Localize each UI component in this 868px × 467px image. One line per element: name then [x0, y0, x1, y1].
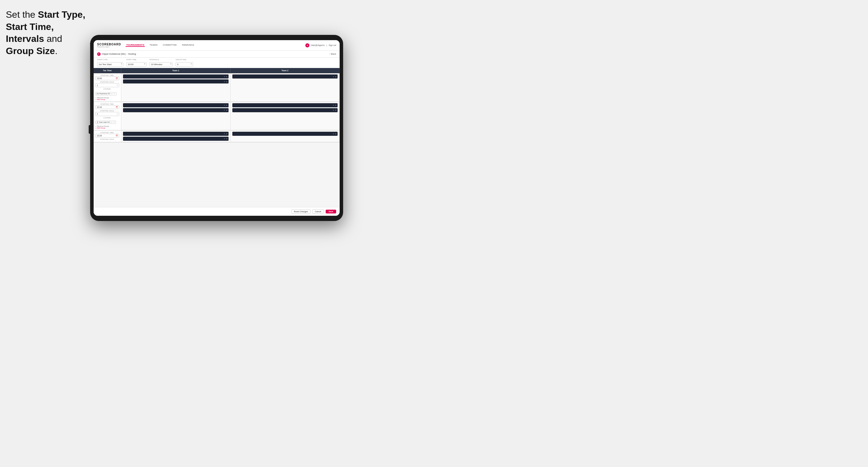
starting-time-label-1: STARTING TIME:: [95, 74, 119, 76]
player-row-5-2: ✕ ⊕: [123, 137, 228, 141]
instruction-line2-bold: Start Time,: [6, 22, 54, 32]
intervals-group: Intervals 10 Minutes 8 Minutes: [150, 59, 173, 67]
sign-out-link[interactable]: Sign out: [329, 44, 336, 46]
back-button[interactable]: ‹ Back: [330, 53, 336, 55]
intervals-label: Intervals: [150, 59, 173, 61]
starting-time-label-3: STARTING TIME:: [95, 132, 119, 133]
player-row-6-1: ✕ ⊕: [232, 132, 338, 136]
player-edit-icon-3[interactable]: ⊕: [335, 75, 336, 77]
nav-tab-committee[interactable]: COMMITTEE: [162, 43, 177, 47]
player-x-icon-5[interactable]: ✕: [224, 109, 225, 111]
navigation-bar: SCOREBOARD Powered by clipp'd TOURNAMENT…: [94, 40, 340, 51]
settings-bar: Start Type 1st Tee Start Shotgun Start S…: [94, 58, 340, 68]
cancel-button[interactable]: Cancel: [312, 209, 324, 214]
start-type-label: Start Type: [97, 59, 123, 61]
instruction-line3-bold: Intervals: [6, 33, 44, 44]
footer-bar: Reset Changes Cancel Save: [94, 207, 340, 216]
player-edit-icon-10[interactable]: ⊕: [335, 133, 336, 135]
course-tag-2[interactable]: 🏌 East Lake GC ✕ ▲▼: [95, 121, 116, 124]
group-size-select-wrapper[interactable]: 3 4: [176, 61, 193, 67]
breadcrumb-separator: ›: [126, 53, 127, 55]
player-row-4-2: ✕ ⊕: [232, 108, 338, 112]
player-row-3-1: ✕ ⊕: [123, 103, 228, 107]
clock-icon-2: ⏰: [116, 106, 118, 108]
instruction-line3-normal: and: [44, 33, 62, 44]
starting-hole-label-1: STARTING HOLE:: [95, 81, 119, 83]
course-remove-icon-1[interactable]: ✕: [111, 93, 113, 95]
logo-text: SCOREBOARD: [97, 43, 121, 46]
start-type-select[interactable]: 1st Tee Start Shotgun Start: [97, 62, 123, 67]
logo-sub: Powered by clipp'd: [97, 46, 121, 48]
clock-icon-1: ⏰: [116, 77, 118, 80]
player-x-icon-3[interactable]: ✕: [333, 75, 334, 77]
nav-separator: |: [326, 44, 327, 46]
starting-hole-label-2: STARTING HOLE:: [95, 110, 119, 112]
player-edit-icon[interactable]: ⊕: [226, 75, 227, 77]
player-edit-icon-9[interactable]: ⊕: [226, 137, 227, 139]
player-row-2-1: ✕ ⊕: [232, 74, 338, 79]
course-remove-icon-2[interactable]: ✕: [111, 121, 112, 123]
course-label-2: COURSE:: [95, 117, 119, 119]
nav-links: TOURNAMENTS TEAMS COMMITTEE RANKINGS: [126, 43, 305, 47]
breadcrumb-section: Hosting: [128, 53, 136, 55]
breadcrumb-bar: C Clippd Invitational (Me) › Hosting ‹ B…: [94, 51, 340, 58]
group-left-1: STARTING TIME: 10:00 ⏰ STARTING HOLE: 1 …: [94, 73, 121, 101]
player-x-icon-10[interactable]: ✕: [333, 133, 334, 135]
starting-time-input-2[interactable]: 10:10 ⏰: [95, 105, 119, 109]
starting-time-input-1[interactable]: 10:00 ⏰: [95, 76, 119, 80]
start-time-select[interactable]: 10:00: [126, 62, 147, 67]
group-left-2: STARTING TIME: 10:10 ⏰ STARTING HOLE: 1 …: [94, 102, 121, 130]
player-edit-icon-4[interactable]: ⊕: [226, 104, 227, 106]
instruction-line4-normal: .: [55, 45, 58, 56]
intervals-select-wrapper[interactable]: 10 Minutes 8 Minutes: [150, 61, 173, 67]
add-group-text-2: + Add Group: [95, 127, 105, 129]
player-edit-icon-6[interactable]: ⊕: [335, 104, 336, 106]
player-edit-icon-7[interactable]: ⊕: [335, 109, 336, 111]
player-x-icon-8[interactable]: ✕: [224, 133, 225, 135]
starting-time-input-3[interactable]: 10:20 ⏰: [95, 134, 119, 137]
player-x-icon-4[interactable]: ✕: [224, 104, 225, 106]
group-row-3: STARTING TIME: 10:20 ⏰ STARTING HOLE: ✕ …: [94, 130, 340, 143]
save-button[interactable]: Save: [326, 210, 336, 213]
schedule-table: Tee Time Team 1 Team 2 STARTING TIME: 10…: [94, 68, 340, 207]
player-x-icon-9[interactable]: ✕: [224, 137, 225, 139]
group-row-2: STARTING TIME: 10:10 ⏰ STARTING HOLE: 1 …: [94, 102, 340, 130]
th-team2: Team 2: [230, 68, 340, 73]
group-size-select[interactable]: 3 4: [176, 62, 193, 67]
player-edit-icon-8[interactable]: ⊕: [226, 133, 227, 135]
intervals-select[interactable]: 10 Minutes 8 Minutes: [150, 62, 173, 67]
nav-tab-tournaments[interactable]: TOURNAMENTS: [126, 43, 145, 47]
starting-hole-input-1[interactable]: 1 ▲ ▼: [95, 83, 119, 87]
reset-changes-button[interactable]: Reset Changes: [291, 209, 311, 214]
starting-time-label-2: STARTING TIME:: [95, 103, 119, 105]
starting-hole-input-2[interactable]: 1 ▲ ▼: [95, 112, 119, 116]
start-time-select-wrapper[interactable]: 10:00: [126, 61, 147, 67]
player-edit-icon-2[interactable]: ⊕: [226, 81, 227, 83]
add-group-link-1[interactable]: + Add Group: [95, 99, 119, 100]
team2-cell-3: ✕ ⊕: [230, 130, 340, 142]
player-row-3-2: ✕ ⊕: [123, 108, 228, 112]
user-avatar: B: [305, 43, 309, 48]
nav-tab-rankings[interactable]: RANKINGS: [182, 43, 195, 47]
stepper-arrows-2: ▲ ▼: [117, 113, 118, 115]
player-row-5-1: ✕ ⊕: [123, 132, 228, 136]
player-x-icon[interactable]: ✕: [224, 75, 225, 77]
team2-cell-1: ✕ ⊕: [230, 73, 340, 101]
course-stepper-2: ▲▼: [113, 122, 115, 123]
add-group-text-1: + Add Group: [95, 99, 105, 100]
starting-hole-label-3: STARTING HOLE:: [95, 138, 119, 140]
start-type-select-wrapper[interactable]: 1st Tee Start Shotgun Start: [97, 61, 123, 67]
player-x-icon-7[interactable]: ✕: [333, 109, 334, 111]
player-edit-icon-5[interactable]: ⊕: [226, 109, 227, 111]
player-x-icon-6[interactable]: ✕: [333, 104, 334, 106]
player-row-1-2: ✕ ⊕: [123, 80, 228, 84]
player-x-icon-2[interactable]: ✕: [224, 81, 225, 83]
stepper-arrows-1: ▲ ▼: [117, 84, 118, 86]
add-group-link-2[interactable]: + Add Group: [95, 127, 119, 129]
instruction-line1-bold: Start Type,: [38, 9, 85, 20]
breadcrumb-tournament[interactable]: Clippd Invitational (Me): [102, 53, 126, 55]
nav-tab-teams[interactable]: TEAMS: [149, 43, 158, 47]
th-team1: Team 1: [121, 68, 230, 73]
course-tag-1[interactable]: (A) Peachtree GC ✕ ▲▼: [95, 92, 117, 95]
breadcrumb-icon: C: [97, 52, 101, 56]
